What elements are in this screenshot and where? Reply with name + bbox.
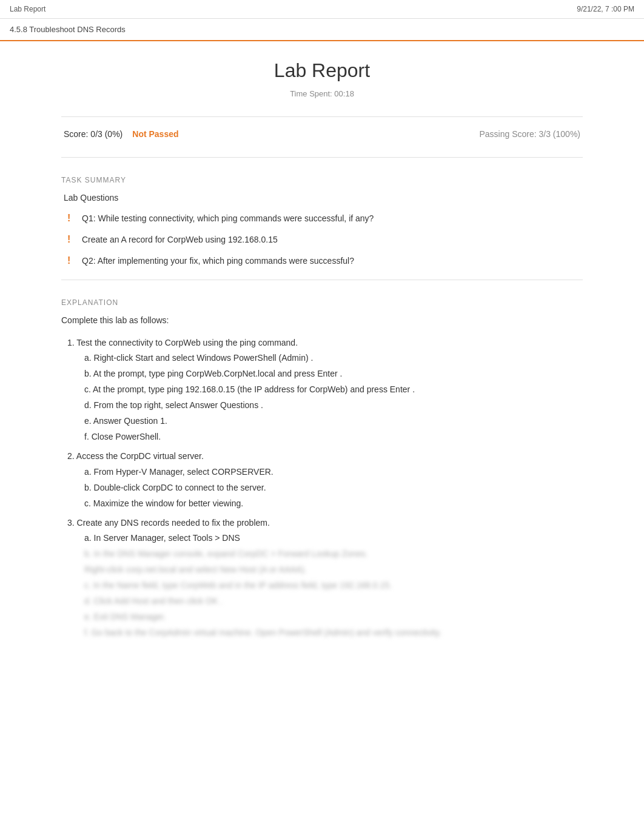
step-3-label: 3. Create any DNS records needed to fix … [67, 518, 270, 528]
step-2-substeps: a. From Hyper-V Manager, select CORPSERV… [67, 466, 583, 510]
step-3: 3. Create any DNS records needed to fix … [67, 516, 583, 639]
divider-2 [61, 157, 583, 158]
step-1f: f. Close PowerShell. [84, 431, 583, 443]
top-bar-left: Lab Report [10, 5, 45, 13]
report-title: Lab Report [61, 59, 583, 82]
time-spent: Time Spent: 00:18 [61, 89, 583, 98]
blurred-step-c: c. In the Name field, type CorpWeb and i… [84, 579, 583, 592]
passing-score: Passing Score: 3/3 (100%) [479, 129, 580, 139]
task-item-2: ! Create an A record for CorpWeb using 1… [61, 233, 583, 246]
task-items-list: ! Q1: While testing connectivity, which … [61, 212, 583, 267]
blurred-step-b: b. In the DNS Manager console, expand Co… [84, 548, 583, 560]
task-text-1: Q1: While testing connectivity, which pi… [82, 212, 374, 225]
task-summary-subtitle: Lab Questions [61, 193, 583, 203]
status-badge: Not Passed [132, 129, 178, 139]
task-summary-label: TASK SUMMARY [61, 176, 583, 184]
top-bar: Lab Report 9/21/22, 7 :00 PM [0, 0, 644, 19]
task-icon-1: ! [67, 213, 76, 224]
steps-list: 1. Test the connectivity to CorpWeb usin… [61, 336, 583, 639]
explanation-label: EXPLANATION [61, 298, 583, 307]
step-2-label: 2. Access the CorpDC virtual server. [67, 451, 204, 461]
step-2c: c. Maximize the window for better viewin… [84, 497, 583, 510]
explanation-section: EXPLANATION Complete this lab as follows… [61, 298, 583, 639]
blurred-step-d: d. Click Add Host and then click OK . [84, 595, 583, 608]
blurred-step-f: f. Go back to the CorpAdmin virtual mach… [84, 626, 583, 639]
blurred-step-b2: Right-click corp.net.local and select Ne… [84, 563, 583, 576]
breadcrumb: 4.5.8 Troubleshoot DNS Records [0, 19, 644, 41]
task-item-1: ! Q1: While testing connectivity, which … [61, 212, 583, 225]
task-text-2: Create an A record for CorpWeb using 192… [82, 233, 278, 246]
score-row: Score: 0/3 (0%) Not Passed Passing Score… [61, 129, 583, 139]
explanation-intro: Complete this lab as follows: [61, 315, 583, 325]
top-bar-right: 9/21/22, 7 :00 PM [577, 5, 634, 13]
score-left: Score: 0/3 (0%) Not Passed [64, 129, 179, 139]
task-icon-3: ! [67, 255, 76, 266]
step-1a: a. Right-click Start and select Windows … [84, 352, 583, 364]
task-item-3: ! Q2: After implementing your fix, which… [61, 255, 583, 267]
step-1-substeps: a. Right-click Start and select Windows … [67, 352, 583, 443]
blurred-step-e: e. Exit DNS Manager. [84, 611, 583, 623]
step-3a: a. In Server Manager, select Tools > DNS [84, 532, 583, 545]
step-1e: e. Answer Question 1. [84, 415, 583, 428]
score-text: Score: 0/3 (0%) [64, 129, 122, 139]
divider-3 [61, 280, 583, 280]
step-1-label: 1. Test the connectivity to CorpWeb usin… [67, 338, 298, 347]
breadcrumb-text: 4.5.8 Troubleshoot DNS Records [10, 25, 126, 34]
step-2a: a. From Hyper-V Manager, select CORPSERV… [84, 466, 583, 478]
task-text-3: Q2: After implementing your fix, which p… [82, 255, 354, 267]
step-1c: c. At the prompt, type ping 192.168.0.15… [84, 383, 583, 396]
step-2: 2. Access the CorpDC virtual server. a. … [67, 449, 583, 509]
step-1: 1. Test the connectivity to CorpWeb usin… [67, 336, 583, 443]
blurred-steps: b. In the DNS Manager console, expand Co… [67, 548, 583, 639]
step-1b: b. At the prompt, type ping CorpWeb.Corp… [84, 367, 583, 380]
page-content: Lab Report Time Spent: 00:18 Score: 0/3 … [49, 41, 595, 663]
divider-1 [61, 116, 583, 117]
task-icon-2: ! [67, 234, 76, 245]
step-1d: d. From the top right, select Answer Que… [84, 399, 583, 412]
step-2b: b. Double-click CorpDC to connect to the… [84, 481, 583, 494]
step-3-substeps: a. In Server Manager, select Tools > DNS [67, 532, 583, 545]
